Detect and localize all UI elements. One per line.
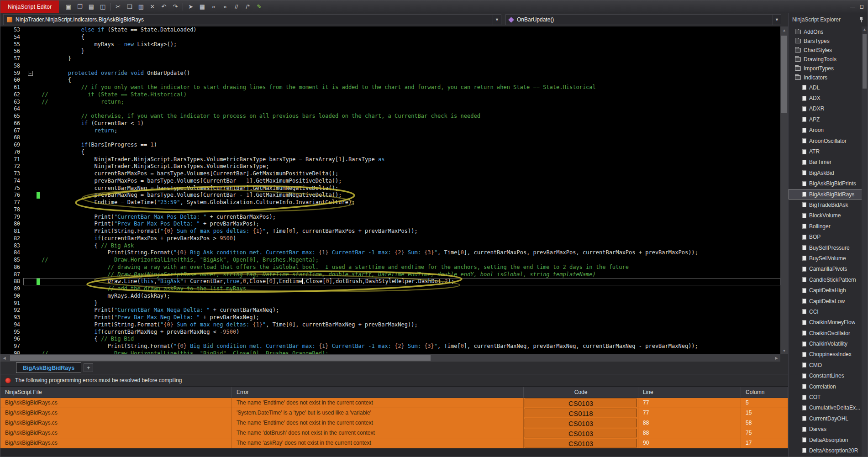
- column-header-code[interactable]: Code: [524, 387, 638, 398]
- scroll-up-icon[interactable]: ▲: [862, 26, 868, 32]
- folder-chartstyles[interactable]: ChartStyles: [789, 46, 868, 55]
- code-line-79[interactable]: 79 Print("CurrentBar Max Pos Delta: " + …: [0, 214, 780, 221]
- code-line-55[interactable]: 55 myRays = new List<Ray>();: [0, 41, 780, 48]
- code-line-71[interactable]: 71 NinjaTrader.NinjaScript.BarsTypes.Vol…: [0, 156, 780, 163]
- code-line-90[interactable]: 90 myRays.Add(askRay);: [0, 293, 780, 300]
- indicator-atr[interactable]: ATR: [789, 146, 868, 157]
- code-line-59[interactable]: 59− protected override void OnBarUpdate(…: [0, 70, 780, 77]
- delete-icon[interactable]: ✕: [147, 1, 158, 12]
- code-line-85[interactable]: 85// Draw.HorizontalLine(this, "BigAsk",…: [0, 257, 780, 264]
- comment-selection-icon[interactable]: //: [231, 1, 242, 12]
- code-line-87[interactable]: 87 // Draw.Ray(NinjaScriptBase owner, st…: [0, 271, 780, 278]
- code-line-95[interactable]: 95 if(currentBarMaxNeg + prevBarMaxNeg <…: [0, 329, 780, 336]
- horizontal-scrollbar-thumb[interactable]: [10, 355, 431, 361]
- error-row[interactable]: BigAskBigBidRays.cs'System.DateTime' is …: [0, 408, 788, 418]
- editor-horizontal-scrollbar[interactable]: ◀ ▶: [0, 354, 788, 362]
- code-line-89[interactable]: 89 // add the drawn askRay to the list m…: [0, 285, 780, 293]
- fold-collapse-icon[interactable]: −: [28, 71, 33, 76]
- code-line-94[interactable]: 94 Print(String.Format("{0} Sum of max n…: [0, 321, 780, 329]
- indicator-aroonoscillator[interactable]: AroonOscillator: [789, 136, 868, 146]
- indicator-cci[interactable]: CCI: [789, 306, 868, 317]
- code-line-68[interactable]: 68: [0, 134, 780, 142]
- code-line-92[interactable]: 92 Print("CurrentBar Max Nega Delta: " +…: [0, 307, 780, 314]
- indicator-buysellvolume[interactable]: BuySellVolume: [789, 253, 868, 263]
- code-line-77[interactable]: 77 Endtime = DateTime("23:59", System.Gl…: [0, 199, 780, 206]
- code-line-64[interactable]: 64: [0, 105, 780, 113]
- indicator-bigtradebidask[interactable]: BigTradeBidAsk: [789, 200, 868, 210]
- indicator-chaikinoscillator[interactable]: ChaikinOscillator: [789, 328, 868, 338]
- indicator-bigaskbigbidprints[interactable]: BigAskBigBidPrints: [789, 179, 868, 189]
- code-line-72[interactable]: 72 NinjaTrader.NinjaScript.BarsTypes.Vol…: [0, 163, 780, 170]
- indicator-bartimer[interactable]: BarTimer: [789, 157, 868, 168]
- indicator-bop[interactable]: BOP: [789, 231, 868, 242]
- code-line-88[interactable]: 88 Draw.Line(this,"BigAsk"+ CurrentBar,t…: [0, 278, 780, 285]
- code-line-60[interactable]: 60 {: [0, 77, 780, 84]
- column-header-column[interactable]: Column: [741, 387, 788, 398]
- indicator-cumulativedeltaex[interactable]: CumulativeDeltaEx...: [789, 403, 868, 413]
- maximize-icon[interactable]: ◻: [860, 4, 864, 9]
- code-line-57[interactable]: 57 }: [0, 55, 780, 63]
- indicator-bigaskbigbidrays[interactable]: BigAskBigBidRays: [789, 189, 868, 200]
- indicator-constantlines[interactable]: ConstantLines: [789, 371, 868, 381]
- indicator-adx[interactable]: ADX: [789, 93, 868, 103]
- code-line-98[interactable]: 98// Draw.HorizontalLine(this, "BigBid",…: [0, 350, 780, 354]
- code-line-67[interactable]: 67 return;: [0, 127, 780, 135]
- error-row[interactable]: BigAskBigBidRays.csThe name 'dotBrush' d…: [0, 428, 788, 438]
- code-snippet-icon[interactable]: ➤: [185, 1, 196, 12]
- scroll-up-icon[interactable]: ▲: [780, 26, 788, 34]
- increase-indent-icon[interactable]: »: [219, 1, 231, 12]
- column-header-ninjascript-file[interactable]: NinjaScript File: [0, 387, 232, 398]
- code-line-80[interactable]: 80 Print("Prev Bar Max Pos Delta: " + pr…: [0, 221, 780, 228]
- code-line-97[interactable]: 97 Print(String.Format("{0} Big Bid cond…: [0, 343, 780, 350]
- code-line-65[interactable]: 65 // otherwise, if you want the indicat…: [0, 113, 780, 120]
- code-line-86[interactable]: 86 // drawing a ray with an overload tha…: [0, 264, 780, 271]
- indicator-camarillapivots[interactable]: CamarillaPivots: [789, 264, 868, 274]
- indicator-currentdayohl[interactable]: CurrentDayOHL: [789, 413, 868, 424]
- code-line-74[interactable]: 74 prevBarMaxPos = barsType.Volumes[Curr…: [0, 178, 780, 185]
- scroll-right-icon[interactable]: ▶: [773, 354, 780, 362]
- column-header-line[interactable]: Line: [638, 387, 741, 398]
- indicator-cot[interactable]: COT: [789, 392, 868, 402]
- indicator-cmo[interactable]: CMO: [789, 360, 868, 370]
- code-line-84[interactable]: 84 Print(String.Format("{0} Big Ask cond…: [0, 249, 780, 257]
- code-line-82[interactable]: 82 if(currentBarMaxPos + prevBarMaxPos >…: [0, 235, 780, 242]
- code-line-93[interactable]: 93 Print("Prev Bar Max Neg Delta: " + pr…: [0, 314, 780, 321]
- method-selector[interactable]: OnBarUpdate() ▼: [505, 14, 781, 25]
- save-icon[interactable]: ▣: [63, 1, 74, 12]
- copy-icon[interactable]: ❏: [124, 1, 135, 12]
- explorer-scrollbar-thumb[interactable]: [863, 34, 867, 89]
- code-line-70[interactable]: 70 {: [0, 149, 780, 156]
- pin-icon[interactable]: [859, 16, 864, 23]
- class-selector[interactable]: NinjaTrader.NinjaScript.Indicators.BigAs…: [3, 14, 501, 25]
- code-line-66[interactable]: 66 if (CurrentBar < 1): [0, 120, 780, 127]
- folder-importtypes[interactable]: ImportTypes: [789, 64, 868, 73]
- tab-bigaskbigbidrays[interactable]: BigAskBigBidRays: [16, 362, 81, 373]
- indicator-chaikinvolatility[interactable]: ChaikinVolatility: [789, 338, 868, 349]
- indicator-bollinger[interactable]: Bollinger: [789, 221, 868, 231]
- code-line-75[interactable]: 75 currentBarMaxNeg = barsType.Volumes[C…: [0, 185, 780, 192]
- print-preview-icon[interactable]: ◫: [97, 1, 108, 12]
- code-line-56[interactable]: 56 }: [0, 48, 780, 55]
- chevron-down-icon[interactable]: ▼: [773, 15, 781, 25]
- error-row[interactable]: BigAskBigBidRays.csThe name 'askRay' doe…: [0, 438, 788, 448]
- save-as-icon[interactable]: ❐: [74, 1, 85, 12]
- indicator-adxr[interactable]: ADXR: [789, 104, 868, 114]
- paste-icon[interactable]: ▥: [135, 1, 147, 12]
- horizontal-scrollbar-track[interactable]: [8, 354, 773, 362]
- code-line-76[interactable]: 76 prevBarMaxNeg = barsType.Volumes[Curr…: [0, 192, 780, 199]
- indicator-choppinessindex[interactable]: ChoppinessIndex: [789, 349, 868, 360]
- code-line-78[interactable]: 78: [0, 206, 780, 214]
- compile-icon[interactable]: ▦: [196, 1, 208, 12]
- uncomment-selection-icon[interactable]: /*: [242, 1, 253, 12]
- indicator-blockvolume[interactable]: BlockVolume: [789, 210, 868, 221]
- code-editor[interactable]: 53 else if (State == State.DataLoaded)54…: [0, 26, 780, 354]
- indicator-deltaabsorption[interactable]: DeltaAbsorption: [789, 435, 868, 445]
- decrease-indent-icon[interactable]: «: [208, 1, 219, 12]
- indicator-candlestickpattern[interactable]: CandleStickPattern: [789, 274, 868, 285]
- explorer-scrollbar[interactable]: ▲: [862, 26, 868, 457]
- indicator-apz[interactable]: APZ: [789, 114, 868, 125]
- column-header-error[interactable]: Error: [232, 387, 524, 398]
- indicator-aroon[interactable]: Aroon: [789, 125, 868, 136]
- vertical-scrollbar-thumb[interactable]: [781, 36, 787, 113]
- edit-icon[interactable]: ✎: [253, 1, 265, 12]
